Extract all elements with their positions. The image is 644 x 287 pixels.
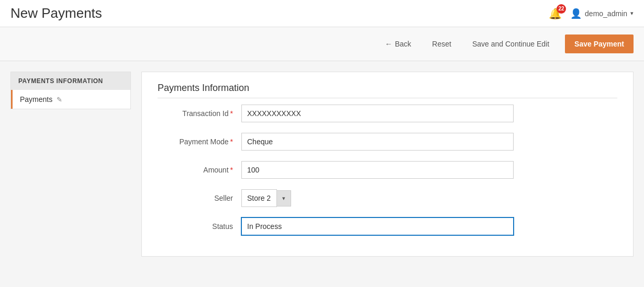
chevron-down-icon: ▾ [630,10,634,17]
arrow-left-icon: ← [385,40,392,48]
back-button[interactable]: ← Back [380,37,416,51]
user-menu[interactable]: 👤 demo_admin ▾ [570,8,634,19]
payment-mode-row: Payment Mode* [158,133,617,151]
back-label: Back [395,40,411,48]
form-section-title: Payments Information [158,83,617,98]
payment-mode-label: Payment Mode* [158,137,241,146]
seller-select-arrow[interactable]: ▾ [277,190,291,206]
amount-label: Amount* [158,166,241,174]
transaction-id-required: * [230,109,233,118]
toolbar: ← Back Reset Save and Continue Edit Save… [0,27,644,61]
sidebar-payments-label: Payments [20,95,52,104]
header-right: 🔔 22 👤 demo_admin ▾ [549,7,634,20]
user-icon: 👤 [570,8,582,19]
transaction-id-input[interactable] [241,105,514,122]
payment-mode-required: * [230,137,233,146]
amount-required: * [230,166,233,174]
notification-bell[interactable]: 🔔 22 [549,7,562,20]
save-payment-label: Save Payment [574,40,624,48]
page-title: New Payments [10,5,102,21]
seller-select[interactable]: Store 1 Store 2 Store 3 [241,189,277,207]
save-continue-label: Save and Continue Edit [472,40,549,48]
save-payment-button[interactable]: Save Payment [565,35,634,53]
payment-mode-input[interactable] [241,133,514,151]
save-continue-button[interactable]: Save and Continue Edit [467,37,554,51]
status-row: Status [158,217,617,235]
seller-label: Seller [158,194,241,202]
edit-icon: ✎ [57,96,62,104]
transaction-id-label: Transaction Id* [158,109,241,118]
reset-label: Reset [432,40,451,48]
status-input[interactable] [241,217,514,235]
sidebar-item-payments[interactable]: Payments ✎ [11,90,130,109]
seller-row: Seller Store 1 Store 2 Store 3 ▾ [158,189,617,207]
sidebar: PAYMENTS INFORMATION Payments ✎ [10,72,131,109]
seller-select-wrapper: Store 1 Store 2 Store 3 ▾ [241,189,291,207]
page-header: New Payments 🔔 22 👤 demo_admin ▾ [0,0,644,27]
sidebar-section-title: PAYMENTS INFORMATION [11,72,130,90]
main-content: PAYMENTS INFORMATION Payments ✎ Payments… [0,61,644,267]
reset-button[interactable]: Reset [427,37,457,51]
form-area: Payments Information Transaction Id* Pay… [141,72,634,257]
amount-input[interactable] [241,161,514,179]
user-name-label: demo_admin [585,9,627,18]
amount-row: Amount* [158,161,617,179]
notification-badge: 22 [557,4,566,14]
status-label: Status [158,222,241,231]
transaction-id-row: Transaction Id* [158,105,617,122]
